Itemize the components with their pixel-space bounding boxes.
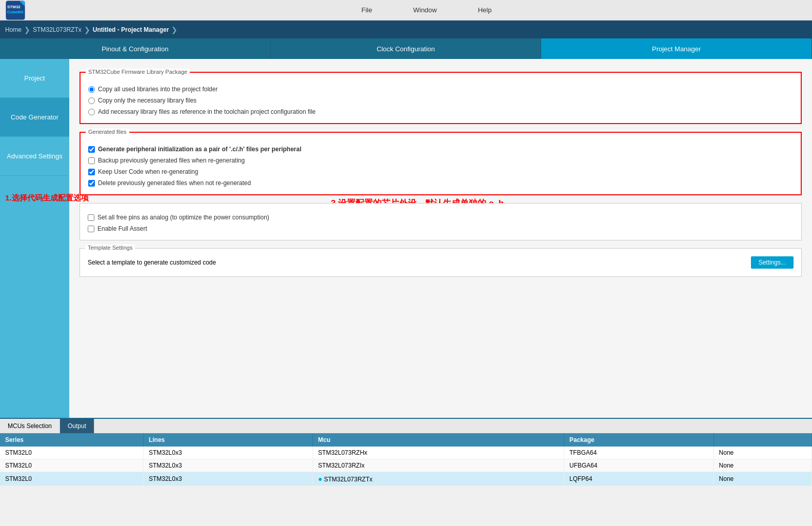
breadcrumb-sep-2: ❯	[84, 26, 90, 34]
cell-lines: STM32L0x3	[143, 447, 312, 459]
gen-label-2: Backup previously generated files when r…	[98, 157, 245, 164]
table-row[interactable]: STM32L0 STM32L0x3 ●STM32L073RZTx LQFP64 …	[0, 472, 812, 486]
breadcrumb-sep-1: ❯	[24, 26, 30, 34]
firmware-radio-1[interactable]	[88, 86, 95, 93]
firmware-section-title: STM32Cube Firmware Library Package	[86, 69, 190, 75]
sidebar-item-code-generator[interactable]: Code Generator	[0, 98, 69, 137]
generated-files-checkboxes: Generate peripheral initialization as a …	[88, 146, 793, 187]
gen-label-3: Keep User Code when re-generating	[98, 168, 198, 175]
tab-pinout[interactable]: Pinout & Configuration	[0, 38, 271, 59]
menu-help[interactable]: Help	[473, 4, 497, 16]
gen-checkbox-2[interactable]: Backup previously generated files when r…	[88, 157, 793, 164]
firmware-option-1[interactable]: Copy all used libraries into the project…	[88, 86, 793, 93]
firmware-section: STM32Cube Firmware Library Package Copy …	[80, 72, 802, 124]
cell-package: LQFP64	[564, 472, 714, 486]
breadcrumb-home[interactable]: Home	[5, 26, 22, 33]
cell-mcu: STM32L073RZHx	[313, 447, 564, 459]
sidebar: Project Code Generator Advanced Settings	[0, 59, 69, 418]
cell-series: STM32L0	[0, 447, 143, 459]
data-table: Series Lines Mcu Package STM32L0 STM32L0…	[0, 433, 812, 486]
breadcrumb-sep-3: ❯	[171, 26, 177, 34]
col-lines[interactable]: Lines	[143, 433, 312, 447]
menu-items: File Window Help	[46, 4, 807, 16]
menu-bar: STM32 CubeMX File Window Help	[0, 0, 812, 21]
bottom-panel: MCUs Selection Output Series Lines Mcu P…	[0, 418, 812, 486]
gen-label-1: Generate peripheral initialization as a …	[98, 146, 302, 153]
firmware-radio-3[interactable]	[88, 109, 95, 115]
bottom-tab-output[interactable]: Output	[60, 419, 94, 433]
col-series[interactable]: Series	[0, 433, 143, 447]
gen-check-1[interactable]	[88, 146, 95, 153]
col-mcu[interactable]: Mcu	[313, 433, 564, 447]
cell-extra: None	[714, 447, 811, 459]
svg-text:CubeMX: CubeMX	[7, 10, 24, 14]
gen-check-4[interactable]	[88, 180, 95, 187]
cell-series: STM32L0	[0, 472, 143, 486]
col-extra	[714, 433, 811, 447]
gen-checkbox-3[interactable]: Keep User Code when re-generating	[88, 168, 793, 175]
cell-lines: STM32L0x3	[143, 459, 312, 472]
gen-checkbox-1[interactable]: Generate peripheral initialization as a …	[88, 146, 793, 153]
gen-check-3[interactable]	[88, 169, 95, 175]
cell-series: STM32L0	[0, 459, 143, 472]
menu-file[interactable]: File	[357, 4, 378, 16]
breadcrumb-project[interactable]: Untitled - Project Manager	[93, 26, 169, 33]
misc-check-1[interactable]	[88, 214, 94, 221]
sidebar-item-project[interactable]: Project	[0, 59, 69, 98]
misc-checkbox-2[interactable]: Enable Full Assert	[88, 225, 794, 232]
menu-window[interactable]: Window	[408, 4, 442, 16]
content-wrapper: STM32Cube Firmware Library Package Copy …	[80, 72, 802, 277]
main-content: Project Code Generator Advanced Settings…	[0, 59, 812, 418]
cell-mcu: ●STM32L073RZTx	[313, 472, 564, 486]
misc-check-2[interactable]	[88, 226, 94, 232]
firmware-option-3-label: Add necessary library files as reference…	[98, 108, 315, 115]
gen-check-2[interactable]	[88, 157, 95, 164]
firmware-option-3[interactable]: Add necessary library files as reference…	[88, 108, 793, 115]
misc-section: Set all free pins as analog (to optimize…	[80, 203, 802, 240]
breadcrumb-mcu[interactable]: STM32L073RZTx	[33, 26, 82, 33]
cell-package: UFBGA64	[564, 459, 714, 472]
gen-checkbox-4[interactable]: Delete previously generated files when n…	[88, 179, 793, 187]
bottom-tabs: MCUs Selection Output	[0, 419, 812, 433]
tab-clock[interactable]: Clock Configuration	[271, 38, 542, 59]
misc-label-1: Set all free pins as analog (to optimize…	[97, 214, 269, 221]
content-panel: STM32Cube Firmware Library Package Copy …	[69, 59, 812, 418]
app-logo-icon: STM32 CubeMX	[5, 0, 26, 21]
row-icon: ●	[318, 475, 322, 483]
firmware-option-2[interactable]: Copy only the necessary library files	[88, 97, 793, 104]
settings-button[interactable]: Settings...	[751, 256, 794, 269]
tab-bar: Pinout & Configuration Clock Configurati…	[0, 38, 812, 59]
table-row[interactable]: STM32L0 STM32L0x3 STM32L073RZHx TFBGA64 …	[0, 447, 812, 459]
firmware-option-2-label: Copy only the necessary library files	[98, 97, 196, 104]
sidebar-item-advanced-settings[interactable]: Advanced Settings	[0, 137, 69, 176]
template-description: Select a template to generate customized…	[88, 259, 216, 266]
table-row[interactable]: STM32L0 STM32L0x3 STM32L073RZIx UFBGA64 …	[0, 459, 812, 472]
col-package[interactable]: Package	[564, 433, 714, 447]
generated-files-section: Generated files Generate peripheral init…	[80, 132, 802, 195]
template-section: Template Settings Select a template to g…	[80, 248, 802, 277]
bottom-tab-mcus[interactable]: MCUs Selection	[0, 419, 60, 433]
template-section-title: Template Settings	[85, 245, 135, 251]
template-row: Select a template to generate customized…	[88, 256, 794, 269]
cell-lines: STM32L0x3	[143, 472, 312, 486]
cell-extra: None	[714, 459, 811, 472]
breadcrumb: Home ❯ STM32L073RZTx ❯ Untitled - Projec…	[0, 21, 812, 38]
firmware-radio-2[interactable]	[88, 97, 95, 104]
generated-files-title: Generated files	[86, 129, 129, 135]
firmware-option-1-label: Copy all used libraries into the project…	[98, 86, 217, 93]
misc-checkbox-1[interactable]: Set all free pins as analog (to optimize…	[88, 214, 794, 221]
app-logo: STM32 CubeMX	[5, 0, 26, 21]
tab-project-manager[interactable]: Project Manager	[541, 38, 812, 59]
svg-text:STM32: STM32	[7, 5, 21, 9]
misc-checkboxes: Set all free pins as analog (to optimize…	[88, 214, 794, 232]
cell-package: TFBGA64	[564, 447, 714, 459]
gen-label-4: Delete previously generated files when n…	[98, 179, 251, 187]
cell-mcu: STM32L073RZIx	[313, 459, 564, 472]
cell-extra: None	[714, 472, 811, 486]
misc-label-2: Enable Full Assert	[97, 225, 147, 232]
firmware-radio-group: Copy all used libraries into the project…	[88, 86, 793, 115]
